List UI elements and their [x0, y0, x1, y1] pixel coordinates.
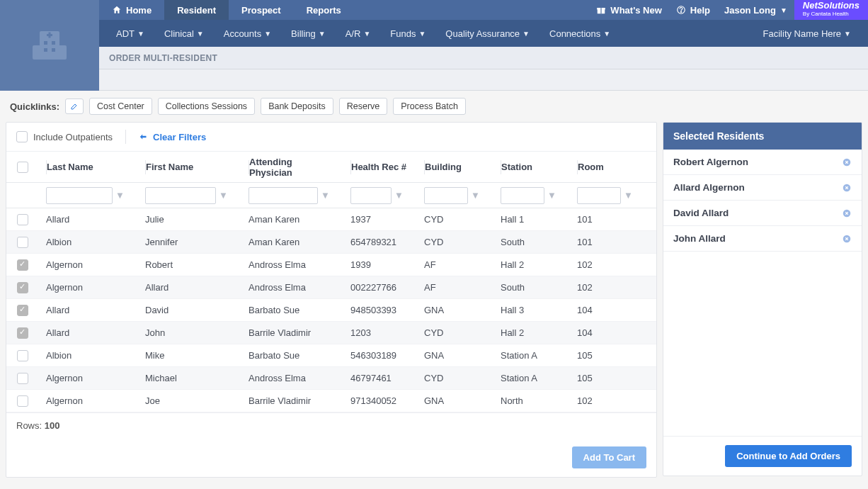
- filter-row: Include Outpatients Clear Filters: [6, 123, 656, 152]
- table-row[interactable]: AlgernonJoeBarrile Vladimir971340052GNAN…: [6, 390, 656, 412]
- svg-rect-5: [44, 41, 47, 45]
- filter-first-name[interactable]: [145, 187, 216, 204]
- whats-new-link[interactable]: What's New: [589, 0, 668, 20]
- user-menu[interactable]: Jason Long ▼: [717, 0, 794, 20]
- facility-name: Facility Name Here: [763, 28, 842, 39]
- tab-prospect[interactable]: Prospect: [229, 0, 294, 20]
- cell-building: GNA: [417, 299, 493, 321]
- remove-selected-button[interactable]: [842, 208, 852, 218]
- col-building[interactable]: Building: [425, 162, 462, 172]
- remove-selected-button[interactable]: [842, 234, 852, 244]
- select-all-checkbox[interactable]: [17, 162, 28, 173]
- selected-residents-list: Robert AlgernonAllard AlgernonDavid Alla…: [663, 150, 862, 252]
- quicklink-bank-deposits[interactable]: Bank Deposits: [261, 98, 333, 115]
- cell-building: GNA: [417, 390, 493, 412]
- filter-station[interactable]: [501, 187, 544, 204]
- filter-icon[interactable]: ▼: [394, 190, 404, 201]
- table-row[interactable]: AllardDavidBarbato Sue948503393GNAHall 3…: [6, 299, 656, 322]
- tab-reports[interactable]: Reports: [294, 0, 354, 20]
- remove-selected-button[interactable]: [842, 157, 852, 167]
- cell-first-name: Robert: [138, 254, 241, 276]
- quicklink-collections[interactable]: Collections Sessions: [158, 98, 255, 115]
- menu-bar: ADT▼ Clinical▼ Accounts▼ Billing▼ A/R▼ F…: [99, 20, 868, 47]
- quicklink-cost-center[interactable]: Cost Center: [89, 98, 152, 115]
- continue-button[interactable]: Continue to Add Orders: [725, 445, 852, 467]
- cell-room: 102: [570, 276, 646, 298]
- facility-selector[interactable]: Facility Name Here▼: [753, 20, 861, 47]
- col-first-name[interactable]: First Name: [146, 162, 193, 172]
- cell-last-name: Algernon: [39, 276, 138, 298]
- row-checkbox[interactable]: [17, 237, 28, 248]
- menu-clinical[interactable]: Clinical▼: [154, 20, 214, 47]
- table-row[interactable]: AlgernonMichaelAndross Elma46797461CYDSt…: [6, 367, 656, 390]
- col-last-name[interactable]: Last Name: [47, 162, 93, 172]
- remove-selected-button[interactable]: [842, 183, 852, 193]
- table-row[interactable]: AlgernonAllardAndross Elma002227766AFSou…: [6, 276, 656, 299]
- row-checkbox[interactable]: [17, 373, 28, 384]
- col-station[interactable]: Station: [501, 162, 532, 172]
- filter-icon[interactable]: ▼: [471, 190, 480, 201]
- table-row[interactable]: AlbionMikeBarbato Sue546303189GNAStation…: [6, 344, 656, 367]
- edit-quicklinks-button[interactable]: [65, 99, 84, 114]
- row-checkbox[interactable]: [17, 214, 28, 225]
- filter-icon[interactable]: ▼: [219, 190, 228, 201]
- quicklink-process-batch[interactable]: Process Batch: [393, 98, 466, 115]
- menu-ar[interactable]: A/R▼: [336, 20, 381, 47]
- cell-health-rec: 1939: [343, 254, 417, 276]
- table-row[interactable]: AllardJulieAman Karen1937CYDHall 1101: [6, 208, 656, 231]
- menu-connections[interactable]: Connections▼: [539, 20, 620, 47]
- filter-icon[interactable]: ▼: [115, 190, 125, 201]
- svg-point-13: [680, 11, 681, 12]
- row-checkbox[interactable]: [17, 350, 28, 361]
- row-checkbox[interactable]: [17, 282, 28, 293]
- page-title: ORDER MULTI-RESIDENT: [109, 53, 217, 63]
- close-icon: [842, 208, 852, 218]
- menu-funds[interactable]: Funds▼: [380, 20, 435, 47]
- clear-filters-label: Clear Filters: [153, 132, 206, 142]
- include-outpatients-toggle[interactable]: Include Outpatients: [16, 131, 113, 142]
- cell-station: Hall 3: [493, 299, 570, 321]
- col-physician[interactable]: Attending Physician: [249, 157, 336, 178]
- filter-room[interactable]: [577, 187, 621, 204]
- cell-last-name: Algernon: [39, 367, 138, 389]
- clear-filters-button[interactable]: Clear Filters: [139, 132, 206, 142]
- filter-icon[interactable]: ▼: [547, 190, 556, 201]
- row-checkbox[interactable]: [17, 395, 28, 407]
- table-row[interactable]: AllardJohnBarrile Vladimir1203CYDHall 21…: [6, 322, 656, 344]
- residents-panel: Include Outpatients Clear Filters Last N…: [6, 122, 657, 478]
- table-row[interactable]: AlgernonRobertAndross Elma1939AFHall 210…: [6, 254, 656, 276]
- filter-physician[interactable]: [249, 187, 318, 204]
- quicklink-reserve[interactable]: Reserve: [339, 98, 388, 115]
- title-gap: [99, 69, 868, 91]
- col-room[interactable]: Room: [578, 162, 604, 172]
- cell-first-name: Michael: [138, 367, 241, 389]
- menu-adt[interactable]: ADT▼: [106, 20, 154, 47]
- cell-health-rec: 46797461: [343, 367, 417, 389]
- caret-down-icon: ▼: [363, 30, 370, 38]
- row-checkbox[interactable]: [17, 259, 28, 271]
- menu-accounts[interactable]: Accounts▼: [214, 20, 281, 47]
- filter-health-rec[interactable]: [350, 187, 392, 204]
- tab-resident[interactable]: Resident: [164, 0, 229, 20]
- menu-billing[interactable]: Billing▼: [281, 20, 336, 47]
- cell-building: CYD: [417, 231, 493, 253]
- cell-last-name: Algernon: [39, 390, 138, 412]
- help-link[interactable]: Help: [669, 0, 717, 20]
- col-health-rec[interactable]: Health Rec #: [351, 162, 406, 172]
- cell-first-name: Mike: [138, 344, 241, 366]
- filter-building[interactable]: [424, 187, 468, 204]
- include-outpatients-checkbox[interactable]: [16, 131, 28, 142]
- filter-icon[interactable]: ▼: [624, 190, 633, 201]
- edit-icon: [70, 102, 79, 111]
- table-row[interactable]: AlbionJenniferAman Karen654789321CYDSout…: [6, 231, 656, 254]
- gift-icon: [596, 5, 606, 15]
- caret-down-icon: ▼: [137, 30, 144, 38]
- filter-last-name[interactable]: [46, 187, 113, 204]
- tab-home[interactable]: Home: [99, 0, 164, 20]
- svg-rect-8: [52, 48, 55, 52]
- filter-icon[interactable]: ▼: [321, 190, 330, 201]
- menu-qa[interactable]: Quality Assurance▼: [435, 20, 539, 47]
- row-checkbox[interactable]: [17, 305, 28, 316]
- add-to-cart-button[interactable]: Add To Cart: [572, 446, 646, 468]
- row-checkbox[interactable]: [17, 327, 28, 339]
